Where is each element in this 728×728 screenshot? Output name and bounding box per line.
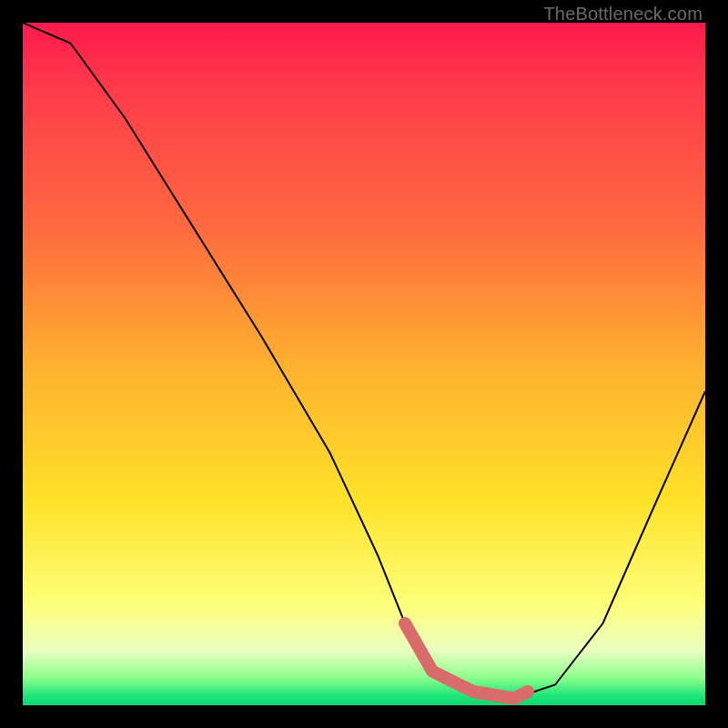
attribution-label: TheBottleneck.com — [543, 4, 703, 25]
highlighted-range-path — [405, 623, 528, 699]
chart-frame: TheBottleneck.com — [0, 0, 728, 728]
bottleneck-curve-path — [23, 23, 705, 699]
curve-svg — [23, 23, 705, 705]
plot-area — [23, 23, 705, 705]
